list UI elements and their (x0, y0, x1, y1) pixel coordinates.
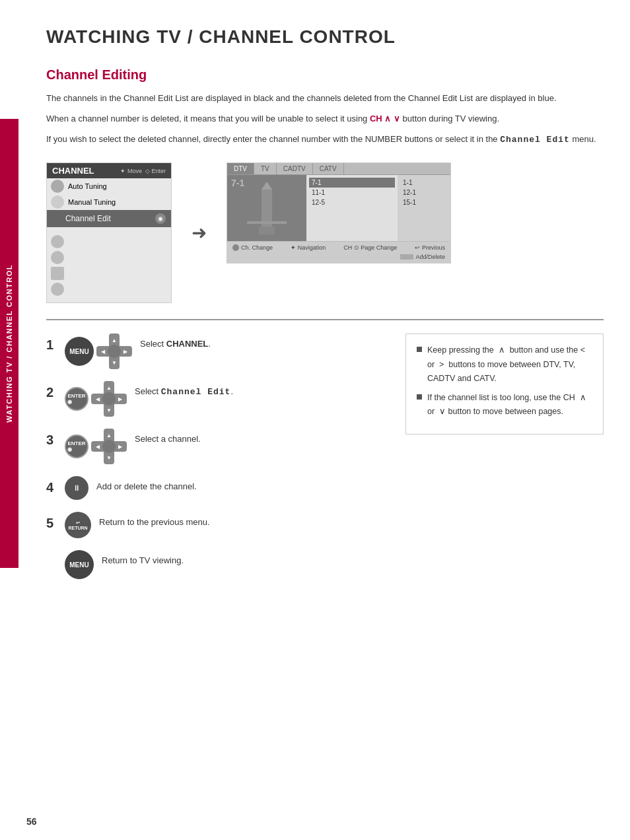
footer-navigation: ✦ Navigation (291, 244, 326, 251)
previous-label: Previous (422, 244, 445, 251)
tip-2: If the channel list is too long, use the… (417, 391, 592, 419)
footer-add-delete: Add/Delete (232, 254, 445, 260)
tab-dtv: DTV (227, 163, 254, 174)
step-5-text: Return to the previous menu. (99, 512, 210, 529)
return-button[interactable]: ↩RETURN (65, 512, 91, 538)
step-5-num: 5 (46, 516, 57, 531)
footer-ch-change: Ch. Change (232, 244, 273, 251)
auto-tuning-label: Auto Tuning (68, 182, 107, 190)
channel-menu-items: Auto Tuning Manual Tuning Channel Edit ◉ (47, 178, 171, 302)
nav-label: Navigation (298, 244, 326, 251)
pause-button[interactable]: ⏸ (65, 476, 88, 500)
ch-row2-1-1: 1-1 (400, 178, 448, 188)
paragraph-1: The channels in the Channel Edit List ar… (46, 92, 604, 106)
dpad-right-3[interactable]: ▶ (114, 441, 127, 452)
tip-1-bullet (417, 347, 422, 352)
ch-change-icon (232, 244, 239, 251)
ch-row-7-1: 7-1 (309, 178, 395, 188)
step-4: 4 ⏸ Add or delete the channel. (46, 476, 386, 500)
tab-cadtv: CADTV (277, 163, 313, 174)
step-3-num: 3 (46, 433, 57, 448)
manual-tuning-label: Manual Tuning (68, 198, 116, 206)
tip-1-text: Keep pressing the ∧ button and use the <… (427, 343, 592, 386)
section-title: Channel Editing (46, 67, 604, 83)
step-4-buttons: ⏸ (65, 476, 88, 500)
dpad-right-1[interactable]: ▶ (119, 346, 132, 357)
svg-rect-4 (247, 221, 287, 224)
footer-previous: ↩ Previous (415, 244, 445, 251)
dpad-center-2 (102, 392, 116, 405)
screenshot-area: CHANNEL ✦ Move ◇ Enter Auto Tuning Manua… (46, 162, 604, 303)
ch-row-11-1: 11-1 (309, 188, 395, 197)
step-2-text: Select Channel Edit. (135, 381, 233, 399)
steps-area: 1 MENU ▲ ▼ ◀ ▶ Select CHANNEL. (46, 333, 604, 591)
ch-row2-12-1: 12-1 (400, 188, 448, 197)
step-1-buttons: MENU ▲ ▼ ◀ ▶ (65, 333, 132, 369)
paragraph-2: When a channel number is deleted, it mea… (46, 112, 604, 126)
manual-tuning-row: Manual Tuning (47, 194, 171, 210)
channel-edit-tabs: DTV TV CADTV CATV (227, 163, 450, 175)
icon3 (51, 267, 64, 280)
step-2-buttons: ENTER◉ ▲ ▼ ◀ ▶ (65, 381, 127, 417)
tab-tv: TV (254, 163, 277, 174)
previous-icon: ↩ (415, 244, 420, 251)
enter-button-3[interactable]: ENTER◉ (65, 435, 88, 458)
step-6-buttons: MENU (65, 550, 94, 579)
dpad-right-2[interactable]: ▶ (114, 394, 127, 404)
footer-page-change: CH ⊙ Page Change (343, 244, 397, 251)
section-divider (46, 319, 604, 320)
menu-button-1[interactable]: MENU (65, 337, 94, 366)
nav-icon: ✦ (291, 244, 296, 251)
dpad-down-2[interactable]: ▼ (104, 403, 114, 417)
step-3-buttons: ENTER◉ ▲ ▼ ◀ ▶ (65, 429, 127, 464)
dpad-2: ▲ ▼ ◀ ▶ (91, 381, 127, 417)
tab-catv: CATV (313, 163, 344, 174)
icon1 (51, 235, 64, 248)
auto-tuning-icon (51, 180, 64, 193)
icon4 (51, 283, 64, 296)
step-1-text: Select CHANNEL. (140, 333, 211, 351)
step-2-num: 2 (46, 385, 57, 400)
tip-1: Keep pressing the ∧ button and use the <… (417, 343, 592, 386)
step-1-num: 1 (46, 337, 57, 353)
dpad-center-1 (108, 345, 121, 358)
step-6-text: Return to TV viewing. (102, 550, 184, 567)
step-3: 3 ENTER◉ ▲ ▼ ◀ ▶ Select a channel. (46, 429, 386, 464)
arrow-right-icon: ➜ (192, 222, 207, 244)
enter-button-2[interactable]: ENTER◉ (65, 387, 88, 411)
dpad-down-3[interactable]: ▼ (104, 451, 114, 464)
channel-menu-header: CHANNEL ✦ Move ◇ Enter (47, 163, 171, 178)
page-number: 56 (26, 816, 37, 827)
dpad-3: ▲ ▼ ◀ ▶ (91, 429, 127, 464)
channel-edit-footer: Ch. Change ✦ Navigation CH ⊙ Page Change… (227, 241, 450, 263)
auto-tuning-row: Auto Tuning (47, 178, 171, 194)
channel-preview: 7-1 (227, 175, 306, 241)
preview-image (227, 175, 306, 241)
menu-button-6[interactable]: MENU (65, 550, 94, 579)
page-change-label: CH ⊙ Page Change (343, 244, 397, 251)
side-tab: WATCHING TV / CHANNEL CONTROL (0, 119, 18, 568)
step-1: 1 MENU ▲ ▼ ◀ ▶ Select CHANNEL. (46, 333, 386, 369)
ch-change-label: Ch. Change (241, 244, 273, 251)
step-4-text: Add or delete the channel. (96, 476, 197, 493)
add-delete-color-bar (400, 254, 413, 260)
svg-rect-3 (259, 227, 275, 234)
tips-box: Keep pressing the ∧ button and use the <… (405, 333, 604, 434)
channel-menu-title: CHANNEL (52, 166, 94, 176)
tip-2-text: If the channel list is too long, use the… (427, 391, 592, 419)
add-delete-label: Add/Delete (415, 254, 445, 260)
steps-list: 1 MENU ▲ ▼ ◀ ▶ Select CHANNEL. (46, 333, 386, 591)
step-3-text: Select a channel. (135, 429, 201, 446)
step-5-buttons: ↩RETURN (65, 512, 91, 538)
side-tab-text: WATCHING TV / CHANNEL CONTROL (5, 264, 13, 423)
channel-edit-body: 7-1 7-1 11-1 12-5 (227, 175, 450, 241)
icon2 (51, 251, 64, 264)
dpad-down-1[interactable]: ▼ (109, 356, 120, 369)
dpad-center-3 (102, 440, 116, 453)
step-5: 5 ↩RETURN Return to the previous menu. (46, 512, 386, 538)
channel-menu-mockup: CHANNEL ✦ Move ◇ Enter Auto Tuning Manua… (46, 162, 172, 303)
channel-edit-panel: DTV TV CADTV CATV 7-1 (227, 162, 451, 263)
step-6: MENU Return to TV viewing. (46, 550, 386, 579)
channel-edit-label: Channel Edit (65, 214, 111, 223)
ch-row2-15-1: 15-1 (400, 197, 448, 207)
